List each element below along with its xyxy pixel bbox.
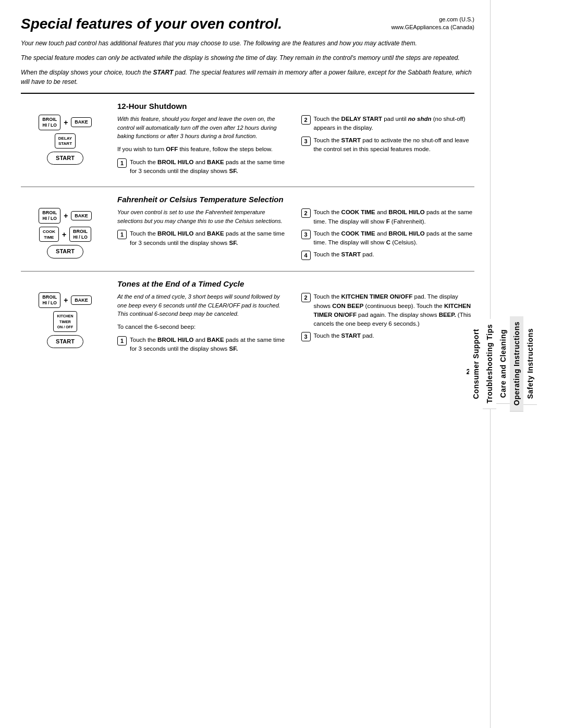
section-12hour-desc: With this feature, should you forget and… <box>117 115 291 141</box>
step2-12hour: 2 Touch the DELAY START pad until no shd… <box>301 115 475 133</box>
cook-time-pad: COOKTIME <box>39 227 59 242</box>
step-num-2: 2 <box>301 115 311 125</box>
step-tones-num-1: 1 <box>117 336 127 346</box>
intro-para-3: When the display shows your choice, touc… <box>21 68 474 87</box>
step-num-1: 1 <box>117 158 127 168</box>
step3-text: Touch the START pad to activate the no s… <box>314 136 475 154</box>
broil-pad-1: BROILHI / LO <box>39 115 60 130</box>
plus-2: + <box>64 212 68 220</box>
sidebar-consumer: Consumer Support <box>469 324 483 404</box>
section-12hour-heading: 12-Hour Shutdown <box>117 102 474 110</box>
step4-temp-text: Touch the START pad. <box>314 250 475 259</box>
step3-tones-text: Touch the START pad. <box>314 331 475 340</box>
intro-para-2: The special feature modes can only be ac… <box>21 53 474 63</box>
sidebar-safety: Safety Instructions <box>523 323 537 405</box>
section-tones-left: At the end of a timed cycle, 3 short bee… <box>117 292 291 356</box>
step3-12hour: 3 Touch the START pad to activate the no… <box>301 136 475 154</box>
section-tones-right: 2 Touch the KITCHEN TIMER ON/OFF pad. Th… <box>301 292 475 356</box>
section-temp-desc: Your oven control is set to use the Fahr… <box>117 208 291 225</box>
sidebar-troubleshooting-label: Troubleshooting Tips <box>485 324 494 403</box>
delay-start-pad: DELAYSTART <box>55 133 76 149</box>
section-temp-heading: Fahrenheit or Celsius Temperature Select… <box>117 195 474 204</box>
diagram-temp-row2: COOKTIME + BROILHI / LO <box>39 227 91 242</box>
step1-tones-text: Touch the BROIL HI/LO and BAKE pads at t… <box>130 336 291 354</box>
diagram-12hour: BROILHI / LO + BAKE DELAYSTART START <box>21 102 109 179</box>
step2-temp: 2 Touch the COOK TIME and BROIL HI/LO pa… <box>301 208 475 226</box>
bake-pad-2: BAKE <box>71 211 92 221</box>
section-tones-heading: Tones at the End of a Timed Cycle <box>117 279 474 288</box>
section-tones-desc: At the end of a timed cycle, 3 short bee… <box>117 292 291 318</box>
step-temp-num-2: 2 <box>301 208 311 218</box>
broil-pad-2: BROILHI / LO <box>39 208 60 224</box>
step2-text: Touch the DELAY START pad until no shdn … <box>314 115 475 133</box>
sidebar-safety-label: Safety Instructions <box>526 328 534 399</box>
broil-pad-4: BROILHI / LO <box>39 292 60 308</box>
start-pad-3: START <box>47 335 83 348</box>
plus-1: + <box>64 118 68 127</box>
step-tones-num-2: 2 <box>301 293 311 302</box>
step3-tones: 3 Touch the START pad. <box>301 331 475 341</box>
section-12hour-content: 12-Hour Shutdown With this feature, shou… <box>117 102 474 179</box>
off-bold: OFF <box>166 146 178 152</box>
sidebar-consumer-label: Consumer Support <box>472 329 480 399</box>
step2-tones-text: Touch the KITCHEN TIMER ON/OFF pad. The … <box>314 292 475 328</box>
start-bold: START <box>153 69 173 76</box>
off-instruction: If you wish to turn OFF this feature, fo… <box>117 145 291 154</box>
step2-temp-text: Touch the COOK TIME and BROIL HI/LO pads… <box>314 208 475 226</box>
sidebar: Safety Instructions Operating Instructio… <box>490 0 537 728</box>
sidebar-troubleshooting: Troubleshooting Tips <box>483 319 496 409</box>
diagram-tones-row2: KITCHENTIMERON / OFF <box>53 311 77 332</box>
website-info: ge.com (U.S.) www.GEAppliances.ca (Canad… <box>391 16 474 32</box>
step3-temp: 3 Touch the COOK TIME and BROIL HI/LO pa… <box>301 229 475 248</box>
sidebar-operating-label: Operating Instructions <box>512 322 521 405</box>
sidebar-care: Care and Cleaning <box>496 324 510 403</box>
cancel-text: To cancel the 6-second beep: <box>117 323 291 331</box>
diagram-tones: BROILHI / LO + BAKE KITCHENTIMERON / OFF… <box>21 279 109 356</box>
section-12hour-cols: With this feature, should you forget and… <box>117 115 474 179</box>
sidebar-care-label: Care and Cleaning <box>499 329 507 398</box>
section-12hour-right: 2 Touch the DELAY START pad until no shd… <box>301 115 475 179</box>
kitchen-timer-pad: KITCHENTIMERON / OFF <box>53 311 77 332</box>
section-temp-left: Your oven control is set to use the Fahr… <box>117 208 291 263</box>
page-title: Special features of your oven control. <box>21 16 282 32</box>
step3-temp-text: Touch the COOK TIME and BROIL HI/LO pads… <box>314 229 475 248</box>
bake-pad-3: BAKE <box>71 295 92 305</box>
section-tones-content: Tones at the End of a Timed Cycle At the… <box>117 279 474 356</box>
step-tones-num-3: 3 <box>301 332 311 341</box>
plus-4: + <box>64 296 68 304</box>
step1-temp: 1 Touch the BROIL HI/LO and BAKE pads at… <box>117 229 291 248</box>
website-us: ge.com (U.S.) <box>391 16 474 23</box>
section-temp-content: Fahrenheit or Celsius Temperature Select… <box>117 195 474 263</box>
diagram-temp: BROILHI / LO + BAKE COOKTIME + BROILHI /… <box>21 195 109 263</box>
diagram-temp-row1: BROILHI / LO + BAKE <box>39 208 92 224</box>
bake-pad-1: BAKE <box>71 117 92 127</box>
main-content: Special features of your oven control. g… <box>0 0 490 728</box>
section-12hour-left: With this feature, should you forget and… <box>117 115 291 179</box>
website-ca: www.GEAppliances.ca (Canada) <box>391 23 474 31</box>
diagram-tones-row1: BROILHI / LO + BAKE <box>39 292 92 308</box>
start-pad-2: START <box>47 245 83 258</box>
plus-3: + <box>62 230 66 239</box>
diagram-temp-row3: START <box>47 245 83 258</box>
section-12hour: BROILHI / LO + BAKE DELAYSTART START 12-… <box>21 93 474 179</box>
broil-pad-3: BROILHI / LO <box>69 227 91 242</box>
section-temp-right: 2 Touch the COOK TIME and BROIL HI/LO pa… <box>301 208 475 263</box>
section-tones: BROILHI / LO + BAKE KITCHENTIMERON / OFF… <box>21 271 474 356</box>
step-temp-num-1: 1 <box>117 230 127 239</box>
step-num-3: 3 <box>301 137 311 146</box>
intro-para-1: Your new touch pad control has additiona… <box>21 39 474 48</box>
step1-temp-text: Touch the BROIL HI/LO and BAKE pads at t… <box>130 229 291 248</box>
step1-12hour: 1 Touch the BROIL HI/LO and BAKE pads at… <box>117 158 291 176</box>
section-temp-cols: Your oven control is set to use the Fahr… <box>117 208 474 263</box>
diagram-row3: START <box>47 152 83 165</box>
page-number-area: 27 <box>21 367 474 376</box>
section-temp: BROILHI / LO + BAKE COOKTIME + BROILHI /… <box>21 187 474 263</box>
step2-tones: 2 Touch the KITCHEN TIMER ON/OFF pad. Th… <box>301 292 475 328</box>
sidebar-operating: Operating Instructions <box>510 316 523 411</box>
diagram-tones-row3: START <box>47 335 83 348</box>
diagram-row2: DELAYSTART <box>55 133 76 149</box>
step-temp-num-4: 4 <box>301 251 311 260</box>
step4-temp: 4 Touch the START pad. <box>301 250 475 260</box>
start-pad-1: START <box>47 152 83 165</box>
section-tones-cols: At the end of a timed cycle, 3 short bee… <box>117 292 474 356</box>
